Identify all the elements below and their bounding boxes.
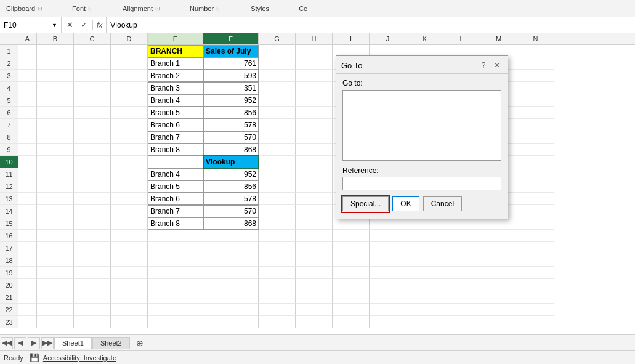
cell-c7[interactable] [74,119,111,131]
cell-j15[interactable] [370,217,406,230]
cell-a2[interactable] [18,57,37,70]
cell-h9[interactable] [296,144,333,156]
cell-e11[interactable]: Branch 4 [148,168,203,180]
cell-a10[interactable] [18,156,37,168]
cell-e9[interactable]: Branch 8 [148,144,203,156]
cell-h8[interactable] [296,131,333,144]
cell-a7[interactable] [18,119,37,131]
ribbon-group-clipboard[interactable]: Clipboard ⊡ [4,4,45,14]
cell-c10[interactable] [74,156,111,168]
col-header-n[interactable]: N [517,33,554,44]
cell-e4[interactable]: Branch 3 [148,82,203,94]
formula-input[interactable] [107,21,635,30]
col-header-i[interactable]: I [333,33,370,44]
cell-d7[interactable] [111,119,148,131]
cell-c6[interactable] [74,107,111,119]
cell-e6[interactable]: Branch 5 [148,107,203,119]
cell-a9[interactable] [18,144,37,156]
col-header-d[interactable]: D [111,33,148,44]
cell-d11[interactable] [111,168,148,180]
col-header-f[interactable]: F [203,33,259,44]
cell-a12[interactable] [18,180,37,193]
cell-d2[interactable] [111,57,148,70]
cell-a11[interactable] [18,168,37,180]
formula-confirm-btn[interactable]: ✓ [78,20,90,30]
cell-g8[interactable] [259,131,296,144]
col-header-c[interactable]: C [74,33,111,44]
col-header-g[interactable]: G [259,33,296,44]
cell-d8[interactable] [111,131,148,144]
col-header-m[interactable]: M [480,33,517,44]
cell-n3[interactable] [517,70,554,82]
cell-b5[interactable] [37,94,74,107]
cell-g13[interactable] [259,193,296,205]
cell-b13[interactable] [37,193,74,205]
cell-n7[interactable] [517,119,554,131]
cell-h14[interactable] [296,205,333,217]
cell-f6[interactable]: 856 [203,107,259,119]
cell-d15[interactable] [111,217,148,230]
cell-e12[interactable]: Branch 5 [148,180,203,193]
sheet-nav-first[interactable]: ◀◀ [1,337,13,347]
cell-e13[interactable]: Branch 6 [148,193,203,205]
cell-f15[interactable]: 868 [203,217,259,230]
cell-b11[interactable] [37,168,74,180]
cell-b7[interactable] [37,119,74,131]
ribbon-group-font[interactable]: Font ⊡ [70,4,95,14]
cell-c3[interactable] [74,70,111,82]
cell-h4[interactable] [296,82,333,94]
cell-c4[interactable] [74,82,111,94]
cell-a6[interactable] [18,107,37,119]
goto-textarea[interactable] [342,90,501,161]
cell-g12[interactable] [259,180,296,193]
cell-a14[interactable] [18,205,37,217]
cell-n4[interactable] [517,82,554,94]
cell-f1[interactable]: Sales of July [203,45,259,57]
cell-f12[interactable]: 856 [203,180,259,193]
cell-b12[interactable] [37,180,74,193]
ribbon-group-number[interactable]: Number ⊡ [187,4,224,14]
cell-b2[interactable] [37,57,74,70]
cell-e5[interactable]: Branch 4 [148,94,203,107]
cell-n8[interactable] [517,131,554,144]
cell-n6[interactable] [517,107,554,119]
cell-g11[interactable] [259,168,296,180]
cell-f13[interactable]: 578 [203,193,259,205]
sheet-tab-sheet1[interactable]: Sheet1 [54,337,92,347]
cell-a4[interactable] [18,82,37,94]
cell-h7[interactable] [296,119,333,131]
cell-b6[interactable] [37,107,74,119]
cell-h6[interactable] [296,107,333,119]
cell-c13[interactable] [74,193,111,205]
ribbon-group-ce[interactable]: Ce [296,4,310,14]
cell-c11[interactable] [74,168,111,180]
cell-c5[interactable] [74,94,111,107]
cell-g7[interactable] [259,119,296,131]
sheet-nav-prev[interactable]: ◀ [14,337,26,347]
cell-h1[interactable] [296,45,333,57]
dialog-help-btn[interactable]: ? [478,60,489,71]
cell-e7[interactable]: Branch 6 [148,119,203,131]
cell-h3[interactable] [296,70,333,82]
cell-e10[interactable] [148,156,203,168]
cell-f11[interactable]: 952 [203,168,259,180]
cell-l15[interactable] [443,217,480,230]
cell-e1[interactable]: BRANCH [148,45,203,57]
col-header-k[interactable]: K [406,33,443,44]
cell-g5[interactable] [259,94,296,107]
cell-d6[interactable] [111,107,148,119]
cell-f2[interactable]: 761 [203,57,259,70]
cell-m15[interactable] [480,217,517,230]
cell-h5[interactable] [296,94,333,107]
cell-e8[interactable]: Branch 7 [148,131,203,144]
cell-f5[interactable]: 952 [203,94,259,107]
dialog-close-btn[interactable]: ✕ [491,60,503,71]
cell-h15[interactable] [296,217,333,230]
cell-f9[interactable]: 868 [203,144,259,156]
ribbon-group-styles[interactable]: Styles [248,4,272,14]
cell-n1[interactable] [517,45,554,57]
cell-f7[interactable]: 578 [203,119,259,131]
col-header-h[interactable]: H [296,33,333,44]
cell-d3[interactable] [111,70,148,82]
cell-n12[interactable] [517,180,554,193]
